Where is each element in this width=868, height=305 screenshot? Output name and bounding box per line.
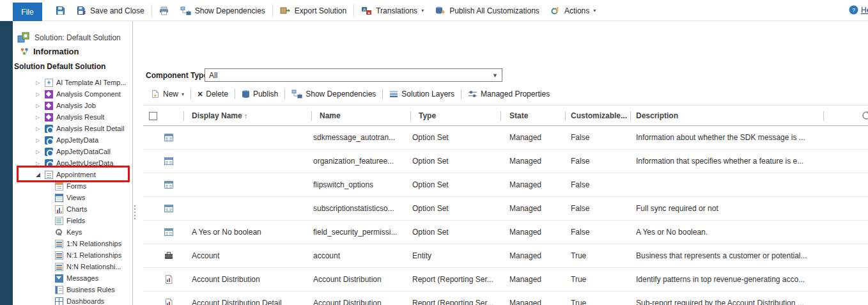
help-link[interactable]: ? Help	[849, 5, 868, 15]
expand-icon[interactable]: ▷	[36, 80, 45, 86]
cell-description: Sub-report required by the Account Distr…	[636, 292, 864, 305]
tree-item-label: Charts	[66, 205, 87, 213]
actions-button[interactable]: Actions ▾	[551, 6, 596, 15]
tree-item-views[interactable]: Views	[13, 192, 132, 203]
expand-icon[interactable]: ▷	[36, 126, 45, 132]
cell-customizable: False	[571, 126, 632, 150]
solution-explorer: Solution: Default Solution Information S…	[13, 21, 133, 305]
cell-type: Option Set	[412, 126, 505, 150]
column-separator	[823, 111, 824, 121]
table-row[interactable]: Account Distribution Detail Account Dist…	[143, 292, 868, 305]
tree-item-appjettyuserdata[interactable]: ▷ AppJettyUserData	[13, 157, 132, 169]
save-and-close-button[interactable]: Save and Close	[77, 6, 144, 15]
tree-item-appointment[interactable]: ◢ Appointment	[13, 169, 132, 180]
component-grid-pane: Component Type All ▼ New ▾ × Delete Publ…	[137, 21, 868, 305]
tree-item-analysis-result[interactable]: ▷ Analysis Result	[13, 111, 132, 123]
export-solution-button[interactable]: Export Solution	[280, 6, 346, 15]
cell-description: A Yes or No boolean.	[636, 221, 864, 244]
tree-item-n1-relationships[interactable]: N:1 Relationships	[13, 249, 132, 261]
delete-icon: ×	[198, 90, 203, 98]
option-set-icon	[164, 203, 174, 214]
component-type-select[interactable]: All ▼	[205, 68, 502, 82]
delete-button[interactable]: × Delete	[198, 90, 228, 98]
cell-state: Managed	[509, 150, 567, 173]
show-dependencies-grid-button[interactable]: Show Dependencies	[291, 90, 376, 98]
refresh-button[interactable]	[862, 111, 868, 122]
cell-type: Entity	[412, 244, 505, 268]
publish-all-customizations-button[interactable]: Publish All Customizations	[435, 6, 539, 15]
column-description[interactable]: Description	[636, 106, 678, 127]
cell-customizable: True	[571, 268, 632, 292]
tree-item-label: AppJettyUserData	[56, 159, 113, 167]
table-row[interactable]: A Yes or No boolean field_security_permi…	[143, 221, 868, 244]
tree-item-analysis-result-detail[interactable]: ▷ Analysis Result Detail	[13, 123, 132, 134]
cell-type: Report (Reporting Ser...	[412, 268, 505, 292]
cell-name: sdkmessage_autotran...	[313, 126, 408, 150]
expand-icon[interactable]: ▷	[36, 103, 45, 109]
tree-item-nn-relationships[interactable]: N:N Relationshi...	[13, 261, 132, 272]
new-button[interactable]: New ▾	[151, 90, 184, 98]
column-name[interactable]: Name	[320, 106, 341, 127]
tree-item-analysis-job[interactable]: ▷ Analysis Job	[13, 100, 132, 111]
tree-item-appjettydata[interactable]: ▷ AppJettyData	[13, 134, 132, 146]
component-type-value: All	[209, 71, 492, 80]
tree-item-analysis-component[interactable]: ▷ Analysis Component	[13, 88, 132, 100]
save-button[interactable]	[56, 6, 65, 15]
column-type[interactable]: Type	[419, 106, 436, 127]
cell-customizable: False	[571, 150, 632, 173]
tree-item-label: Views	[66, 194, 85, 201]
publish-all-icon	[435, 6, 446, 15]
translations-label: Translations	[376, 6, 417, 15]
tree-item-keys[interactable]: Keys	[13, 226, 132, 238]
managed-properties-label: Managed Properties	[481, 90, 550, 98]
expand-icon[interactable]: ▷	[36, 114, 45, 120]
tree-item-business-rules[interactable]: Business Rules	[13, 284, 132, 295]
tree-item-dashboards[interactable]: Dashboards	[13, 295, 132, 305]
tree-item-1n-relationships[interactable]: 1:N Relationships	[13, 238, 132, 249]
table-row[interactable]: organization_featuree... Option Set Mana…	[143, 150, 868, 173]
column-state[interactable]: State	[509, 106, 528, 127]
solution-layers-button[interactable]: Solution Layers	[389, 90, 454, 98]
tree-item-charts[interactable]: Charts	[13, 203, 132, 215]
save-icon	[56, 6, 65, 15]
tree-item-fields[interactable]: Fields	[13, 215, 132, 226]
tree-item-messages[interactable]: Messages	[13, 272, 132, 284]
solution-layers-label: Solution Layers	[401, 90, 454, 98]
column-customizable[interactable]: Customizable...	[571, 106, 627, 127]
option-set-icon	[164, 180, 174, 190]
tree-root-label: Solution Default Solution	[14, 62, 105, 71]
column-separator	[410, 111, 411, 121]
managed-properties-button[interactable]: Managed Properties	[468, 90, 550, 98]
tree-item-ai-template[interactable]: ▷ AI Template AI Temp...	[13, 77, 132, 88]
table-row[interactable]: Account account Entity Managed True Busi…	[143, 244, 868, 268]
tree-item-appjettydatacall[interactable]: ▷ AppJettyDataCall	[13, 146, 132, 157]
views-icon	[55, 194, 63, 202]
expand-icon[interactable]: ▷	[36, 149, 45, 155]
select-all-checkbox[interactable]	[149, 112, 157, 120]
left-edge-bar	[0, 21, 13, 305]
svg-text:A: A	[363, 8, 366, 12]
tree-item-label: Forms	[66, 182, 86, 190]
table-row[interactable]: flipswitch_options Option Set Managed Fa…	[143, 173, 868, 197]
print-button[interactable]	[159, 6, 169, 15]
table-row[interactable]: subscriptionstatisticso... Option Set Ma…	[143, 197, 868, 221]
publish-icon	[242, 90, 250, 98]
expand-icon[interactable]: ▷	[36, 91, 45, 97]
table-row[interactable]: sdkmessage_autotran... Option Set Manage…	[143, 126, 868, 150]
column-display-name[interactable]: Display Name ↑	[192, 106, 248, 127]
table-row[interactable]: Account Distribution Account Distributio…	[143, 268, 868, 292]
translations-button[interactable]: Aa Translations ▾	[361, 6, 424, 15]
solution-title: Solution: Default Solution	[17, 31, 133, 44]
show-dependencies-label: Show Dependencies	[306, 90, 376, 98]
tree-item-forms[interactable]: Forms	[13, 180, 132, 192]
cell-customizable: False	[571, 221, 632, 244]
expand-icon[interactable]: ▷	[36, 160, 45, 166]
publish-button[interactable]: Publish	[242, 90, 278, 98]
cell-description: Full sync required or not	[636, 197, 864, 221]
print-icon	[159, 6, 169, 15]
expand-icon[interactable]: ▷	[36, 137, 45, 143]
option-set-icon	[164, 132, 174, 143]
collapse-icon[interactable]: ◢	[36, 171, 45, 178]
show-dependencies-button[interactable]: Show Dependencies	[180, 6, 265, 15]
file-tab[interactable]: File	[13, 3, 42, 21]
